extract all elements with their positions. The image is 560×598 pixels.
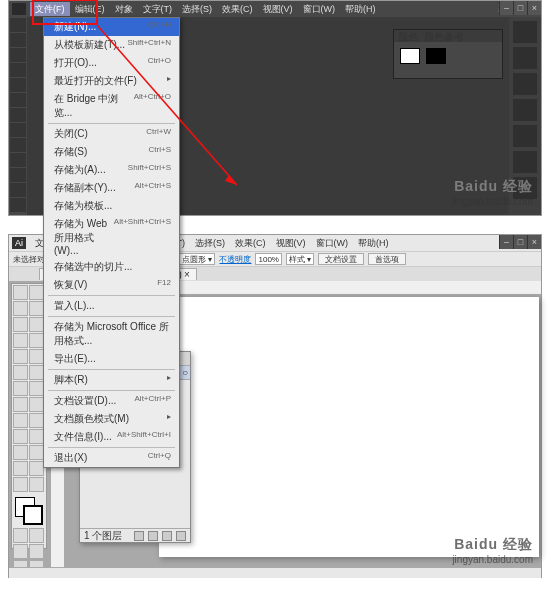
tool[interactable] [13,301,28,316]
opacity-value[interactable]: 100% [255,253,281,265]
menu-item[interactable]: 文档颜色模式(M) [44,410,179,428]
menu-item[interactable]: 退出(X)Ctrl+Q [44,449,179,467]
maximize-button[interactable]: □ [513,1,527,15]
fill-swatch[interactable] [400,48,420,64]
fill-stroke-control[interactable] [13,495,45,527]
tool[interactable] [29,301,44,316]
menu-8[interactable]: 帮助(H) [353,237,394,250]
menu-2[interactable]: 对象 [110,2,138,16]
menu-item[interactable]: 存储为 Web 所用格式(W)...Alt+Shift+Ctrl+S [44,215,179,258]
tool[interactable] [10,63,26,77]
menu-item[interactable]: 最近打开的文件(F) [44,72,179,90]
tool[interactable] [29,445,44,460]
menu-item[interactable]: 文档设置(D)...Alt+Ctrl+P [44,392,179,410]
menu-6[interactable]: 视图(V) [258,2,298,16]
menu-7[interactable]: 窗口(W) [311,237,354,250]
menu-7[interactable]: 窗口(W) [298,2,341,16]
tool[interactable] [10,153,26,167]
menu-4[interactable]: 选择(S) [190,237,230,250]
menu-3[interactable]: 文字(T) [138,2,178,16]
panel-icon[interactable] [513,151,537,173]
tool[interactable] [13,365,28,380]
artboard[interactable] [159,297,539,557]
trash-icon[interactable] [176,531,186,541]
tab-color[interactable]: 颜色 [398,30,418,42]
tool[interactable] [29,413,44,428]
panel-icon[interactable] [513,73,537,95]
tool[interactable] [13,445,28,460]
menu-item[interactable]: 文件信息(I)...Alt+Shift+Ctrl+I [44,428,179,446]
tool[interactable] [10,108,26,122]
tool[interactable] [13,397,28,412]
tool[interactable] [13,317,28,332]
tool[interactable] [29,461,44,476]
menu-item[interactable]: 存储为(A)...Shift+Ctrl+S [44,161,179,179]
close-button[interactable]: × [527,1,541,15]
menu-item[interactable]: 从模板新建(T)...Shift+Ctrl+N [44,36,179,54]
locate-icon[interactable] [134,531,144,541]
tool[interactable] [29,397,44,412]
tool[interactable] [29,477,44,492]
maximize-button[interactable]: □ [513,235,527,249]
menu-item[interactable]: 存储选中的切片... [44,258,179,276]
tool[interactable] [13,285,28,300]
tool[interactable] [13,477,28,492]
menu-item[interactable]: 关闭(C)Ctrl+W [44,125,179,143]
color-panel[interactable]: 颜色颜色参考 [393,29,503,79]
menu-item[interactable]: 在 Bridge 中浏览...Alt+Ctrl+O [44,90,179,122]
tool[interactable] [29,285,44,300]
tool[interactable] [10,78,26,92]
style-dropdown[interactable]: 样式 ▾ [286,253,314,265]
panel-icon[interactable] [513,21,537,43]
tool[interactable] [29,429,44,444]
tool[interactable] [29,365,44,380]
menu-item[interactable]: 恢复(V)F12 [44,276,179,294]
tool[interactable] [10,138,26,152]
tool[interactable] [29,381,44,396]
stroke-swatch[interactable] [23,505,43,525]
stroke-swatch[interactable] [426,48,446,64]
tool[interactable] [10,48,26,62]
tool[interactable] [10,198,26,212]
tool[interactable] [10,183,26,197]
tool[interactable] [29,333,44,348]
tool[interactable] [13,413,28,428]
menu-item[interactable]: 导出(E)... [44,350,179,368]
menu-5[interactable]: 效果(C) [230,237,271,250]
tool[interactable] [13,333,28,348]
menu-8[interactable]: 帮助(H) [340,2,381,16]
tool[interactable] [29,528,44,543]
menu-4[interactable]: 选择(S) [177,2,217,16]
panel-icon[interactable] [513,99,537,121]
panel-icon[interactable] [513,125,537,147]
close-button[interactable]: × [527,235,541,249]
preferences-button[interactable]: 首选项 [368,253,406,265]
tool-palette[interactable] [9,17,27,215]
tool[interactable] [10,33,26,47]
menu-item[interactable]: 打开(O)...Ctrl+O [44,54,179,72]
tab-color-guide[interactable]: 颜色参考 [424,30,464,42]
menu-6[interactable]: 视图(V) [271,237,311,250]
opacity-link[interactable]: 不透明度 [219,254,251,265]
target-icon[interactable]: ○ [182,367,188,378]
menu-item[interactable]: 脚本(R) [44,371,179,389]
tool[interactable] [13,429,28,444]
tool[interactable] [13,528,28,543]
tool[interactable] [10,123,26,137]
new-layer-icon[interactable] [162,531,172,541]
tool[interactable] [29,544,44,559]
menu-item[interactable]: 存储为 Microsoft Office 所用格式... [44,318,179,350]
tool[interactable] [10,93,26,107]
document-setup-button[interactable]: 文档设置 [318,253,364,265]
close-icon[interactable]: × [184,269,190,280]
minimize-button[interactable]: – [499,1,513,15]
tool[interactable] [29,317,44,332]
panel-icon[interactable] [513,47,537,69]
minimize-button[interactable]: – [499,235,513,249]
tool[interactable] [13,349,28,364]
menu-item[interactable]: 置入(L)... [44,297,179,315]
menu-5[interactable]: 效果(C) [217,2,258,16]
menu-item[interactable]: 存储副本(Y)...Alt+Ctrl+S [44,179,179,197]
tool[interactable] [13,461,28,476]
tool[interactable] [29,349,44,364]
